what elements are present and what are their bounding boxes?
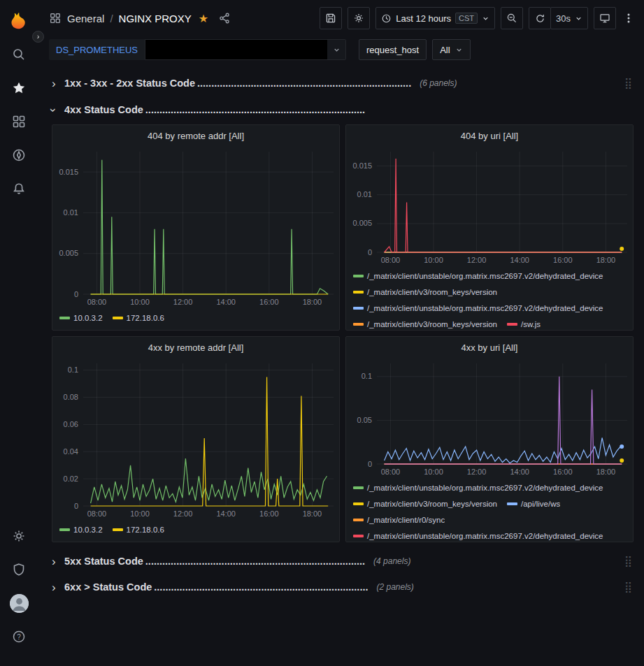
chevron-right-icon: › (52, 556, 64, 567)
svg-text:16:00: 16:00 (553, 468, 573, 476)
row-drag-handle[interactable]: ⣿ (624, 555, 634, 567)
legend-item[interactable]: /_matrix/client/unstable/org.matrix.msc2… (353, 528, 603, 542)
svg-text:18:00: 18:00 (596, 256, 616, 264)
tv-mode-button[interactable] (594, 7, 616, 29)
time-series-chart[interactable]: 00.0050.010.01508:0010:0012:0014:0016:00… (346, 146, 633, 266)
row-1xx-status-code[interactable]: › 1xx - 3xx - 2xx Status Code ..........… (52, 74, 634, 92)
request-host-variable-label[interactable]: request_host (359, 39, 427, 60)
legend-item[interactable]: /sw.js (507, 317, 541, 330)
svg-text:0.08: 0.08 (64, 393, 78, 401)
panel-legend: /_matrix/client/unstable/org.matrix.msc2… (346, 478, 633, 542)
share-icon (218, 12, 231, 24)
row-title: 4xx Status Code (64, 104, 143, 115)
panel-title[interactable]: 4xx by uri [All] (346, 337, 633, 358)
sidebar-item-configuration[interactable] (5, 522, 33, 550)
svg-text:0.01: 0.01 (357, 190, 372, 198)
svg-text:14:00: 14:00 (216, 298, 236, 306)
request-host-label-text: request_host (366, 45, 419, 55)
svg-text:0.1: 0.1 (68, 365, 78, 374)
sidebar-expand-toggle[interactable]: › (32, 31, 44, 43)
svg-text:14:00: 14:00 (510, 468, 529, 476)
save-dashboard-button[interactable] (320, 7, 342, 29)
svg-text:16:00: 16:00 (259, 298, 279, 306)
svg-text:0.1: 0.1 (362, 372, 372, 380)
legend-item[interactable]: /_matrix/client/r0/sync (353, 512, 445, 528)
request-host-select[interactable]: All (432, 39, 470, 60)
svg-text:16:00: 16:00 (259, 509, 279, 518)
legend-item[interactable]: /_matrix/client/unstable/org.matrix.msc2… (353, 480, 603, 495)
panel-404-by-uri: 404 by uri [All] 00.0050.010.01508:0010:… (345, 124, 634, 331)
svg-text:10:00: 10:00 (130, 298, 150, 306)
row-drag-handle[interactable]: ⣿ (624, 581, 634, 593)
svg-text:08:00: 08:00 (87, 298, 107, 306)
refresh-interval-label: 30s (556, 13, 571, 24)
sidebar-item-alerting[interactable] (5, 175, 33, 203)
legend-item[interactable]: /_matrix/client/unstable/org.matrix.msc2… (353, 301, 603, 316)
svg-text:14:00: 14:00 (216, 509, 236, 518)
time-series-chart[interactable]: 00.0050.010.01508:0010:0012:0014:0016:00… (52, 146, 339, 308)
datasource-variable-label[interactable]: DS_PROMETHEUS (49, 39, 145, 60)
row-drag-handle[interactable]: ⣿ (624, 77, 634, 89)
settings-gear-icon (12, 529, 26, 543)
chevron-right-icon: › (52, 78, 64, 89)
clock-icon (381, 13, 392, 24)
svg-text:0.015: 0.015 (352, 161, 372, 170)
grafana-flame-icon (9, 11, 29, 31)
row-title: 6xx > Status Code (64, 581, 152, 593)
legend-color-swatch (113, 317, 123, 319)
time-range-picker[interactable]: Last 12 hours CST (375, 7, 495, 29)
datasource-select[interactable] (145, 39, 346, 60)
dashboard-settings-button[interactable] (348, 7, 370, 29)
legend-color-swatch (353, 502, 364, 505)
legend-item[interactable]: /_matrix/client/unstable/org.matrix.msc2… (353, 268, 603, 284)
more-options-button[interactable] (622, 7, 636, 29)
share-button[interactable] (218, 12, 231, 24)
row-4xx-status-code[interactable]: › 4xx Status Code ......................… (52, 101, 634, 119)
svg-text:0: 0 (368, 460, 372, 468)
panel-title[interactable]: 404 by uri [All] (346, 125, 633, 146)
svg-text:10:00: 10:00 (424, 468, 443, 476)
time-series-chart[interactable]: 00.020.040.060.080.108:0010:0012:0014:00… (52, 358, 339, 520)
row-5xx-status-code[interactable]: › 5xx Status Code ......................… (52, 552, 634, 570)
legend-item[interactable]: 172.18.0.6 (113, 522, 164, 537)
panel-title[interactable]: 4xx by remote addr [All] (52, 337, 339, 358)
admin-shield-icon (12, 563, 26, 577)
legend-item[interactable]: 10.0.3.2 (59, 310, 103, 326)
sidebar-item-help[interactable]: ? (5, 623, 33, 651)
legend-item[interactable]: /_matrix/client/v3/room_keys/version (353, 284, 497, 300)
sidebar-item-server-admin[interactable] (5, 556, 33, 584)
svg-text:12:00: 12:00 (467, 256, 487, 264)
row-panel-count: (6 panels) (420, 78, 457, 88)
legend-label: /_matrix/client/v3/room_keys/version (367, 500, 497, 508)
refresh-interval-select[interactable]: 30s (550, 7, 588, 29)
row-6xx-status-code[interactable]: › 6xx > Status Code ....................… (52, 578, 634, 596)
dashboard-variables-bar: DS_PROMETHEUS request_host All (38, 36, 644, 67)
sidebar-item-dashboards[interactable] (5, 108, 33, 136)
legend-item[interactable]: 10.0.3.2 (59, 522, 103, 537)
grafana-logo[interactable] (5, 7, 33, 35)
legend-label: /_matrix/client/r0/sync (367, 516, 445, 524)
refresh-button[interactable] (529, 7, 551, 29)
svg-text:10:00: 10:00 (130, 509, 150, 518)
legend-label: 10.0.3.2 (73, 526, 103, 534)
breadcrumb-section[interactable]: General (67, 13, 104, 24)
sidebar-item-explore[interactable] (5, 141, 33, 169)
sidebar-item-starred[interactable] (5, 74, 33, 102)
panel-title[interactable]: 404 by remote addr [All] (52, 125, 339, 146)
legend-item[interactable]: 172.18.0.6 (113, 310, 164, 326)
legend-color-swatch (353, 323, 364, 326)
dashboard-title[interactable]: NGINX PROXY (119, 13, 192, 24)
svg-text:12:00: 12:00 (173, 298, 193, 306)
legend-item[interactable]: /_matrix/client/v3/room_keys/version (353, 496, 497, 512)
svg-text:0.015: 0.015 (59, 168, 78, 176)
panel-legend: 10.0.3.2172.18.0.6 (52, 520, 339, 542)
legend-item[interactable]: /_matrix/client/v3/room_keys/version (353, 317, 497, 330)
star-icon[interactable]: ★ (199, 12, 208, 25)
zoom-out-time-button[interactable] (501, 7, 523, 29)
time-series-chart[interactable]: 00.050.108:0010:0012:0014:0016:0018:00 (346, 358, 633, 478)
svg-text:0.05: 0.05 (357, 416, 372, 424)
legend-item[interactable]: /api/live/ws (507, 496, 560, 512)
sidebar-item-search[interactable] (5, 41, 33, 68)
sidebar-item-profile[interactable] (5, 589, 33, 617)
legend-label: 172.18.0.6 (127, 314, 164, 322)
